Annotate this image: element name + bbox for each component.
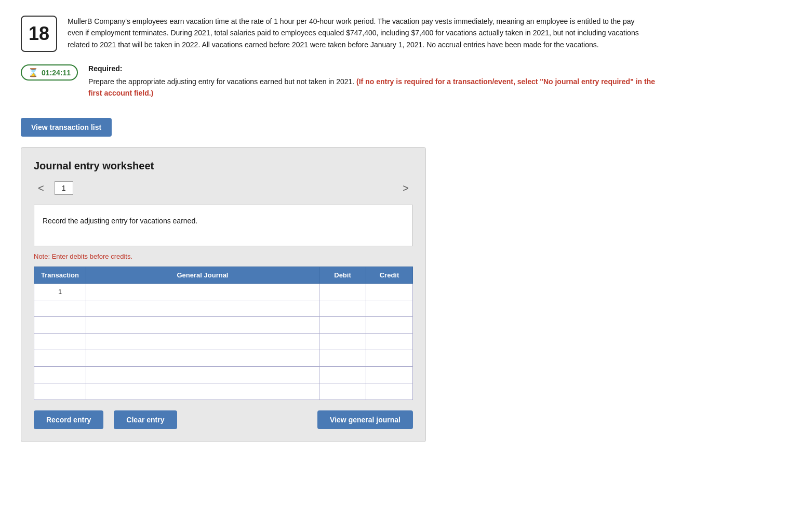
credit-input-5[interactable] xyxy=(366,350,412,366)
transaction-num-2 xyxy=(34,300,86,316)
general-journal-input-3[interactable] xyxy=(86,317,319,333)
credit-input-2[interactable] xyxy=(366,300,412,316)
page-number: 1 xyxy=(55,181,73,195)
general-journal-cell-7[interactable] xyxy=(86,383,319,400)
general-journal-input-7[interactable] xyxy=(86,383,319,400)
table-row xyxy=(34,333,413,350)
credit-cell-1[interactable] xyxy=(366,283,413,300)
debit-input-3[interactable] xyxy=(319,317,366,333)
debit-cell-2[interactable] xyxy=(319,300,366,316)
credit-input-4[interactable] xyxy=(366,334,412,350)
required-body-text: Prepare the appropriate adjusting entry … xyxy=(88,77,354,86)
worksheet-title: Journal entry worksheet xyxy=(34,160,413,172)
table-row xyxy=(34,350,413,366)
general-journal-input-6[interactable] xyxy=(86,367,319,383)
general-journal-cell-1[interactable] xyxy=(86,283,319,300)
problem-header: 18 MullerB Company's employees earn vaca… xyxy=(21,16,780,52)
worksheet-container: Journal entry worksheet < 1 > Record the… xyxy=(21,147,426,442)
credit-cell-2[interactable] xyxy=(366,300,413,316)
debit-input-5[interactable] xyxy=(319,350,366,366)
table-row xyxy=(34,366,413,383)
credit-cell-5[interactable] xyxy=(366,350,413,366)
required-section: Required: Prepare the appropriate adjust… xyxy=(88,64,660,99)
credit-cell-7[interactable] xyxy=(366,383,413,400)
general-journal-input-1[interactable] xyxy=(86,284,319,300)
col-credit: Credit xyxy=(366,267,413,283)
transaction-num-7 xyxy=(34,383,86,400)
view-general-journal-button[interactable]: View general journal xyxy=(317,410,413,429)
required-label: Required: xyxy=(88,64,660,73)
required-text: Prepare the appropriate adjusting entry … xyxy=(88,76,660,99)
nav-row: < 1 > xyxy=(34,180,413,196)
next-page-button[interactable]: > xyxy=(398,180,413,196)
transaction-num-1: 1 xyxy=(34,283,86,300)
timer-section: ⌛ 01:24:11 Required: Prepare the appropr… xyxy=(21,64,780,99)
general-journal-cell-3[interactable] xyxy=(86,316,319,333)
transaction-num-6 xyxy=(34,366,86,383)
credit-cell-6[interactable] xyxy=(366,366,413,383)
journal-table: Transaction General Journal Debit Credit… xyxy=(34,267,413,400)
timer-badge: ⌛ 01:24:11 xyxy=(21,64,78,81)
debit-cell-3[interactable] xyxy=(319,316,366,333)
general-journal-cell-5[interactable] xyxy=(86,350,319,366)
table-row: 1 xyxy=(34,283,413,300)
debit-cell-5[interactable] xyxy=(319,350,366,366)
credit-cell-3[interactable] xyxy=(366,316,413,333)
transaction-num-4 xyxy=(34,333,86,350)
general-journal-cell-4[interactable] xyxy=(86,333,319,350)
clear-entry-button[interactable]: Clear entry xyxy=(114,410,177,429)
debit-cell-4[interactable] xyxy=(319,333,366,350)
note-text: Note: Enter debits before credits. xyxy=(34,252,413,260)
general-journal-input-2[interactable] xyxy=(86,300,319,316)
action-buttons: Record entry Clear entry View general jo… xyxy=(34,410,413,429)
description-text: Record the adjusting entry for vacations… xyxy=(43,217,197,225)
record-entry-button[interactable]: Record entry xyxy=(34,410,103,429)
credit-input-3[interactable] xyxy=(366,317,412,333)
timer-icon: ⌛ xyxy=(28,68,38,77)
debit-input-6[interactable] xyxy=(319,367,366,383)
problem-number: 18 xyxy=(21,16,57,52)
debit-input-2[interactable] xyxy=(319,300,366,316)
col-debit: Debit xyxy=(319,267,366,283)
general-journal-input-4[interactable] xyxy=(86,334,319,350)
debit-cell-6[interactable] xyxy=(319,366,366,383)
debit-cell-1[interactable] xyxy=(319,283,366,300)
timer-value: 01:24:11 xyxy=(42,69,71,77)
table-row xyxy=(34,300,413,316)
transaction-num-5 xyxy=(34,350,86,366)
debit-input-7[interactable] xyxy=(319,383,366,400)
description-box: Record the adjusting entry for vacations… xyxy=(34,205,413,246)
col-general-journal: General Journal xyxy=(86,267,319,283)
debit-cell-7[interactable] xyxy=(319,383,366,400)
col-transaction: Transaction xyxy=(34,267,86,283)
credit-cell-4[interactable] xyxy=(366,333,413,350)
general-journal-cell-6[interactable] xyxy=(86,366,319,383)
credit-input-6[interactable] xyxy=(366,367,412,383)
transaction-num-3 xyxy=(34,316,86,333)
table-row xyxy=(34,316,413,333)
view-transaction-list-button[interactable]: View transaction list xyxy=(21,118,112,137)
debit-input-1[interactable] xyxy=(319,284,366,300)
debit-input-4[interactable] xyxy=(319,334,366,350)
problem-text: MullerB Company's employees earn vacatio… xyxy=(68,16,639,50)
credit-input-1[interactable] xyxy=(366,284,412,300)
general-journal-input-5[interactable] xyxy=(86,350,319,366)
table-row xyxy=(34,383,413,400)
general-journal-cell-2[interactable] xyxy=(86,300,319,316)
prev-page-button[interactable]: < xyxy=(34,180,48,196)
credit-input-7[interactable] xyxy=(366,383,412,400)
